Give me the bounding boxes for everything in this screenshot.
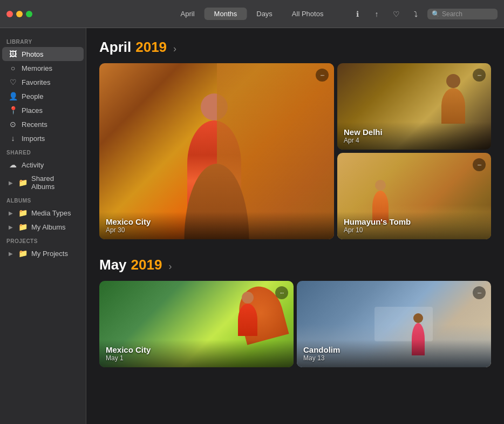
may-chevron-icon: › xyxy=(168,261,172,272)
photo-date: Apr 10 xyxy=(344,226,485,234)
photo-date: Apr 30 xyxy=(106,226,328,234)
tab-years[interactable]: April xyxy=(171,8,205,20)
sidebar-item-label: People xyxy=(22,92,43,100)
photo-caption: Candolim May 13 xyxy=(297,340,491,367)
more-button[interactable]: ··· xyxy=(275,286,288,299)
sidebar-item-places[interactable]: 📍 Places xyxy=(2,103,84,117)
sidebar-item-label: Media Types xyxy=(31,209,71,217)
activity-icon: ☁ xyxy=(9,160,17,169)
sidebar-item-label: Memories xyxy=(22,64,52,72)
memories-icon: ○ xyxy=(9,64,17,72)
sidebar-item-label: Recents xyxy=(22,120,47,129)
app-body: Library 🖼 Photos ○ Memories ♡ Favorites … xyxy=(0,28,504,424)
photo-date: Apr 4 xyxy=(344,137,485,144)
april-header[interactable]: April 2019 › xyxy=(99,39,491,56)
my-albums-icon: 📁 xyxy=(18,223,27,231)
photo-card-mexico-city-apr[interactable]: Mexico City Apr 30 ··· xyxy=(99,63,334,239)
people-icon: 👤 xyxy=(9,92,17,100)
search-input[interactable] xyxy=(442,10,493,18)
search-icon: 🔍 xyxy=(432,10,440,18)
sidebar-item-label: My Albums xyxy=(31,223,66,231)
favorite-button[interactable]: ♡ xyxy=(389,6,404,22)
sidebar-item-label: My Projects xyxy=(31,250,68,258)
content-area: April 2019 › xyxy=(86,28,504,424)
photo-title: Mexico City xyxy=(106,217,328,226)
photo-caption: Mexico City May 1 xyxy=(99,340,294,367)
tab-days[interactable]: Days xyxy=(247,8,282,20)
share-button[interactable]: ↑ xyxy=(369,6,384,22)
sidebar-item-imports[interactable]: ↓ Imports xyxy=(2,131,84,145)
sidebar-item-label: Shared Albums xyxy=(31,174,77,191)
photo-caption: Humayun's Tomb Apr 10 xyxy=(337,212,491,239)
expand-icon: ▶ xyxy=(9,210,13,216)
april-month-name: April xyxy=(99,39,131,56)
photo-title: New Delhi xyxy=(344,127,485,137)
tab-months[interactable]: Months xyxy=(205,8,247,20)
photo-title: Mexico City xyxy=(106,345,287,354)
photo-card-candolim[interactable]: Candolim May 13 ··· xyxy=(297,281,491,367)
more-button[interactable]: ··· xyxy=(473,286,486,299)
close-button[interactable] xyxy=(6,11,13,17)
info-button[interactable]: ℹ xyxy=(350,6,365,22)
my-projects-icon: 📁 xyxy=(18,249,27,258)
shared-albums-icon: 📁 xyxy=(18,178,27,187)
sidebar: Library 🖼 Photos ○ Memories ♡ Favorites … xyxy=(0,28,86,424)
may-header[interactable]: May 2019 › xyxy=(99,257,491,273)
minimize-button[interactable] xyxy=(16,11,23,17)
imports-icon: ↓ xyxy=(9,134,17,143)
shared-section-label: Shared xyxy=(0,145,86,158)
more-button[interactable]: ··· xyxy=(473,69,486,82)
photo-title: Candolim xyxy=(303,345,485,354)
sidebar-item-media-types[interactable]: ▶ 📁 Media Types xyxy=(2,206,84,220)
photo-title: Humayun's Tomb xyxy=(344,217,485,226)
places-icon: 📍 xyxy=(9,106,17,115)
sidebar-item-people[interactable]: 👤 People xyxy=(2,89,84,103)
sidebar-item-label: Imports xyxy=(22,134,45,143)
sidebar-item-shared-albums[interactable]: ▶ 📁 Shared Albums xyxy=(2,172,84,193)
expand-icon: ▶ xyxy=(9,251,13,257)
may-photo-grid: Mexico City May 1 ··· xyxy=(99,281,491,367)
sidebar-item-recents[interactable]: ⊙ Recents xyxy=(2,117,84,131)
favorites-icon: ♡ xyxy=(9,78,17,86)
may-year: 2019 xyxy=(131,257,162,273)
fullscreen-button[interactable] xyxy=(26,11,32,17)
more-button[interactable]: ··· xyxy=(473,158,486,171)
expand-icon: ▶ xyxy=(9,180,13,186)
tab-all-photos[interactable]: All Photos xyxy=(282,8,333,20)
toolbar-tabs: April Months Days All Photos xyxy=(171,8,333,20)
photo-date: May 1 xyxy=(106,354,287,362)
toolbar-actions: ℹ ↑ ♡ ⤵ 🔍 xyxy=(350,6,498,22)
more-button[interactable]: ··· xyxy=(316,69,329,82)
titlebar: April Months Days All Photos ℹ ↑ ♡ ⤵ 🔍 xyxy=(0,0,504,28)
april-year: 2019 xyxy=(135,39,167,56)
sidebar-item-my-albums[interactable]: ▶ 📁 My Albums xyxy=(2,220,84,234)
albums-section-label: Albums xyxy=(0,193,86,206)
sidebar-item-label: Photos xyxy=(22,50,43,58)
april-photo-grid: Mexico City Apr 30 ··· xyxy=(99,63,491,239)
april-chevron-icon: › xyxy=(173,43,176,55)
photo-caption: New Delhi Apr 4 xyxy=(337,122,491,150)
photos-icon: 🖼 xyxy=(9,50,17,58)
projects-section-label: Projects xyxy=(0,234,86,246)
expand-icon: ▶ xyxy=(9,224,13,230)
photo-card-mexico-city-may[interactable]: Mexico City May 1 ··· xyxy=(99,281,294,367)
photo-date: May 13 xyxy=(303,354,485,362)
photo-caption: Mexico City Apr 30 xyxy=(99,212,334,239)
library-section-label: Library xyxy=(0,35,86,47)
sidebar-item-label: Places xyxy=(22,106,43,115)
recents-icon: ⊙ xyxy=(9,120,17,129)
photo-card-humayuns-tomb[interactable]: Humayun's Tomb Apr 10 ··· xyxy=(337,153,491,239)
sidebar-item-photos[interactable]: 🖼 Photos xyxy=(2,47,84,61)
media-types-icon: 📁 xyxy=(18,208,27,217)
may-month-name: May xyxy=(99,257,127,273)
sidebar-item-favorites[interactable]: ♡ Favorites xyxy=(2,75,84,89)
sidebar-item-label: Activity xyxy=(22,161,44,169)
sidebar-item-memories[interactable]: ○ Memories xyxy=(2,61,84,75)
april-section: April 2019 › xyxy=(99,39,491,239)
import-button[interactable]: ⤵ xyxy=(408,6,423,22)
sidebar-item-activity[interactable]: ☁ Activity xyxy=(2,158,84,172)
photo-card-new-delhi[interactable]: New Delhi Apr 4 ··· xyxy=(337,63,491,150)
sidebar-item-label: Favorites xyxy=(22,78,50,86)
search-box[interactable]: 🔍 xyxy=(427,9,498,19)
sidebar-item-my-projects[interactable]: ▶ 📁 My Projects xyxy=(2,246,84,260)
